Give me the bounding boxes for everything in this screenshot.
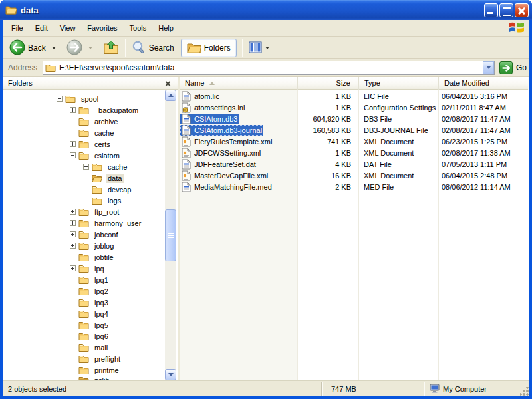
collapse-icon[interactable] (70, 152, 76, 158)
back-history-dropdown[interactable] (49, 45, 59, 51)
tree-item-printme[interactable]: printme (3, 364, 166, 376)
column-header-date-modified[interactable]: Date Modified (439, 77, 529, 90)
tree-item-spool[interactable]: spool (3, 93, 166, 104)
address-combobox[interactable]: E:\EFI\server\spool\csiatom\data (43, 61, 495, 75)
tree-item-label[interactable]: certs (92, 140, 112, 149)
tree-item-label[interactable]: lpq2 (92, 287, 110, 296)
tree-item-label[interactable]: devcap (106, 185, 133, 194)
views-button[interactable] (246, 40, 272, 56)
tree-item-label[interactable]: lpq1 (92, 275, 110, 285)
file-name-box[interactable]: atomsettings.ini (180, 102, 246, 113)
file-name-box[interactable]: CSIAtom.db3-journal (180, 125, 263, 136)
tree-item-cache[interactable]: cache (3, 161, 166, 172)
address-path[interactable]: E:\EFI\server\spool\csiatom\data (59, 63, 174, 72)
file-row[interactable]: CSIAtom.db3604,920 KBDB3 File02/08/2017 … (180, 113, 529, 124)
expand-icon[interactable] (70, 265, 76, 271)
expand-icon[interactable] (70, 220, 76, 226)
file-row[interactable]: FieryRulesTemplate.xml741 KBXML Document… (180, 136, 529, 147)
file-row[interactable]: CSIAtom.db3-journal160,583 KBDB3-JOURNAL… (180, 124, 529, 136)
file-name-box[interactable]: MediaMatchingFile.med (180, 182, 273, 192)
tree-item-label[interactable]: lpq6 (92, 332, 110, 341)
scrollbar-thumb[interactable] (165, 209, 176, 261)
scroll-up-button[interactable] (165, 90, 176, 101)
tree-item-label[interactable]: spool (79, 94, 100, 104)
file-name-box[interactable]: JDFFeatureSet.dat (180, 159, 257, 170)
folders-button[interactable]: Folders (181, 39, 237, 57)
tree-item-_backupatom[interactable]: _backupatom (3, 104, 166, 116)
go-button[interactable] (499, 61, 513, 74)
file-row[interactable]: atomsettings.ini1 KBConfiguration Settin… (180, 102, 529, 113)
file-row[interactable]: JDFFeatureSet.dat4 KBDAT File07/05/2013 … (180, 158, 529, 170)
tree-scrollbar[interactable] (165, 90, 176, 380)
file-row[interactable]: MasterDevCapFile.xml16 KBXML Document06/… (180, 170, 529, 181)
tree-item-label[interactable]: lpq (92, 264, 106, 273)
tree-item-label[interactable]: joblog (92, 241, 116, 251)
tree-item-label[interactable]: ftp_root (92, 207, 121, 217)
search-button[interactable]: Search (129, 39, 177, 57)
tree-item-label[interactable]: pslib (92, 376, 112, 380)
tree-item-lpq1[interactable]: lpq1 (3, 274, 166, 285)
file-name[interactable]: atom.lic (194, 92, 219, 100)
tree-item-certs[interactable]: certs (3, 138, 166, 150)
column-header-name[interactable]: Name (180, 77, 298, 90)
menu-favorites[interactable]: Favorites (81, 22, 123, 34)
menu-edit[interactable]: Edit (29, 22, 54, 34)
forward-button[interactable] (64, 38, 85, 58)
tree-item-lpq4[interactable]: lpq4 (3, 308, 166, 319)
file-name[interactable]: CSIAtom.db3 (194, 115, 237, 123)
file-name[interactable]: atomsettings.ini (194, 104, 245, 112)
file-name[interactable]: JDFCWSSetting.xml (194, 149, 261, 157)
tree-item-cache[interactable]: cache (3, 127, 166, 138)
file-name[interactable]: CSIAtom.db3-journal (194, 126, 262, 134)
tree-item-ftp_root[interactable]: ftp_root (3, 206, 166, 217)
tree-item-lpq[interactable]: lpq (3, 263, 166, 274)
menu-tools[interactable]: Tools (124, 22, 153, 34)
back-button[interactable]: Back (7, 38, 49, 58)
expand-icon[interactable] (83, 164, 89, 170)
scroll-down-button[interactable] (165, 369, 176, 380)
expand-icon[interactable] (70, 107, 76, 113)
tree-item-lpq2[interactable]: lpq2 (3, 285, 166, 297)
tree-item-label[interactable]: mail (92, 343, 110, 352)
file-name-box[interactable]: atom.lic (180, 91, 221, 102)
tree-item-devcap[interactable]: devcap (3, 184, 166, 195)
minimize-button[interactable] (484, 3, 498, 17)
tree-item-pslib[interactable]: pslib (3, 376, 166, 380)
menu-file[interactable]: File (5, 22, 29, 34)
tree-item-label[interactable]: jobconf (92, 230, 120, 239)
tree-item-jobtile[interactable]: jobtile (3, 251, 166, 263)
tree-item-label[interactable]: cache (92, 128, 116, 138)
file-name-box[interactable]: JDFCWSSetting.xml (180, 148, 262, 158)
tree-item-label[interactable]: jobtile (92, 253, 116, 262)
tree-item-preflight[interactable]: preflight (3, 353, 166, 364)
tree-item-harmony_user[interactable]: harmony_user (3, 217, 166, 229)
tree-item-label[interactable]: harmony_user (92, 219, 143, 228)
tree-item-mail[interactable]: mail (3, 342, 166, 353)
tree-item-lpq5[interactable]: lpq5 (3, 319, 166, 331)
folders-pane-close-icon[interactable] (164, 79, 172, 88)
file-row[interactable]: atom.lic1 KBLIC File06/04/2015 3:16 PM (180, 90, 529, 102)
file-row[interactable]: JDFCWSSetting.xml1 KBXML Document02/08/2… (180, 147, 529, 158)
title-bar[interactable]: data (0, 0, 532, 20)
tree-item-lpq6[interactable]: lpq6 (3, 331, 166, 342)
file-name-box[interactable]: MasterDevCapFile.xml (180, 170, 269, 181)
tree-item-label[interactable]: logs (106, 196, 123, 205)
file-name[interactable]: FieryRulesTemplate.xml (194, 138, 272, 146)
tree-item-jobconf[interactable]: jobconf (3, 229, 166, 240)
tree-item-label[interactable]: printme (92, 366, 121, 375)
tree-item-label[interactable]: lpq3 (92, 298, 110, 307)
forward-history-dropdown[interactable] (85, 45, 95, 51)
tree-item-label[interactable]: csiatom (92, 151, 122, 160)
resize-grip[interactable] (520, 387, 529, 396)
expand-icon[interactable] (70, 209, 76, 215)
file-row[interactable]: MediaMatchingFile.med2 KBMED File08/06/2… (180, 181, 529, 192)
collapse-icon[interactable] (57, 96, 63, 102)
file-name-box[interactable]: FieryRulesTemplate.xml (180, 136, 273, 147)
up-button[interactable] (100, 39, 122, 57)
column-header-size[interactable]: Size (298, 77, 359, 90)
close-button[interactable] (515, 3, 529, 17)
expand-icon[interactable] (70, 243, 76, 249)
file-name-box[interactable]: CSIAtom.db3 (180, 114, 239, 124)
tree-item-data[interactable]: data (3, 172, 166, 184)
expand-icon[interactable] (70, 141, 76, 147)
